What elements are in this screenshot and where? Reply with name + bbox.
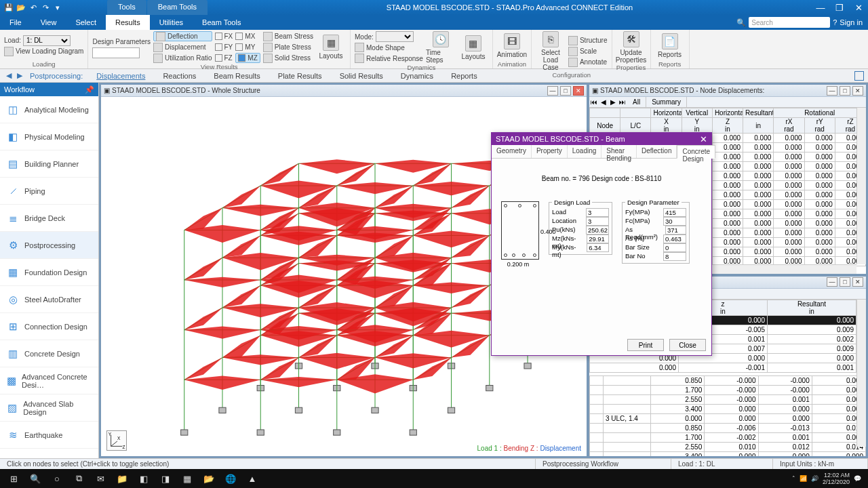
save-icon[interactable]: 💾 xyxy=(4,3,14,12)
workflow-item-concrete-design[interactable]: ▥Concrete Design xyxy=(0,340,98,367)
viewport-min-button[interactable]: — xyxy=(547,86,558,96)
workflow-item-building-planner[interactable]: ▤Building Planner xyxy=(0,150,98,178)
rd-close-button[interactable]: ✕ xyxy=(852,277,863,287)
tab-loading[interactable]: Loading xyxy=(568,145,602,158)
tab-select[interactable]: Select xyxy=(66,15,106,30)
my-checkbox[interactable] xyxy=(235,43,243,51)
tray-volume-icon[interactable]: 🔊 xyxy=(811,475,818,482)
redo-icon[interactable]: ↷ xyxy=(41,3,50,12)
taskbar-app-0[interactable]: ⊞ xyxy=(3,470,24,487)
dialog-close-button[interactable]: ✕ xyxy=(700,134,707,144)
tab-deflection[interactable]: Deflection xyxy=(637,145,677,158)
minimize-button[interactable]: — xyxy=(811,3,830,13)
taskbar-app-9[interactable]: 📂 xyxy=(198,470,220,487)
scrollbar-vertical[interactable] xyxy=(856,300,866,447)
tab-view[interactable]: View xyxy=(31,15,66,30)
tab-shear-bending[interactable]: Shear Bending xyxy=(601,145,637,158)
workflow-item-postprocessing[interactable]: ⚙Postprocessing xyxy=(0,232,98,259)
undo-icon[interactable]: ↶ xyxy=(28,3,38,12)
mode-select[interactable] xyxy=(376,31,414,42)
tab-scroll-first-icon[interactable]: ⏮ xyxy=(589,97,599,107)
nav-fwd-icon[interactable]: ▶ xyxy=(15,71,24,81)
displacement-toggle[interactable]: Displacement xyxy=(153,42,212,52)
beam-stress-button[interactable]: Beam Stress xyxy=(263,31,313,41)
tab-scroll-last-icon[interactable]: ⏭ xyxy=(618,97,627,107)
tab-summary[interactable]: Summary xyxy=(646,97,687,107)
annotate-button[interactable]: Annotate xyxy=(568,57,608,67)
structure-button[interactable]: Structure xyxy=(568,35,608,45)
taskbar-app-11[interactable]: ▲ xyxy=(241,470,263,487)
layouts-button[interactable]: ▦Layouts xyxy=(316,31,346,63)
nd-min-button[interactable]: — xyxy=(827,86,837,96)
taskbar-app-5[interactable]: 📁 xyxy=(111,470,133,487)
relative-disp-lower-table[interactable]: 0.850-0.000-0.0000.0001.700-0.000-0.0000… xyxy=(589,375,866,456)
fz-checkbox[interactable] xyxy=(215,54,222,62)
tab-property[interactable]: Property xyxy=(532,145,568,158)
taskbar-app-10[interactable]: 🌐 xyxy=(220,470,241,487)
taskbar-app-3[interactable]: ⧉ xyxy=(68,470,90,487)
plate-stress-button[interactable]: Plate Stress xyxy=(263,42,313,52)
close-button[interactable]: ✕ xyxy=(849,3,868,13)
tab-scroll-next-icon[interactable]: ▶ xyxy=(608,97,618,107)
nd-close-button[interactable]: ✕ xyxy=(852,86,863,96)
solid-stress-button[interactable]: Solid Stress xyxy=(263,53,313,63)
reports-button[interactable]: 📄Reports xyxy=(655,31,685,60)
time-steps-button[interactable]: 🕓Time Steps xyxy=(426,31,456,64)
taskbar-app-8[interactable]: ▦ xyxy=(176,470,198,487)
mx-checkbox[interactable] xyxy=(235,33,243,40)
workflow-item-physical-modeling[interactable]: ◧Physical Modeling xyxy=(0,123,98,150)
mode-shape-button[interactable]: Mode Shape xyxy=(355,43,423,53)
tab-results[interactable]: Results xyxy=(106,15,150,30)
animation-button[interactable]: 🎞Animation xyxy=(497,31,527,60)
design-parameters-button[interactable]: Design Parameters xyxy=(92,37,151,47)
tray-wifi-icon[interactable]: 📶 xyxy=(800,475,807,482)
design-param-field[interactable] xyxy=(92,47,140,58)
search-icon[interactable]: 🔍 xyxy=(736,18,746,27)
tab-all[interactable]: All xyxy=(627,97,646,107)
tab-beam-tools[interactable]: Beam Tools xyxy=(193,15,250,30)
taskbar-app-1[interactable]: 🔍 xyxy=(24,470,46,487)
workflow-item-earthquake[interactable]: ≋Earthquake xyxy=(0,422,98,449)
nav-solid-results[interactable]: Solid Results xyxy=(332,72,391,80)
workflow-item-advanced-slab-design[interactable]: ▨Advanced Slab Design xyxy=(0,394,98,422)
tab-scroll-prev-icon[interactable]: ◀ xyxy=(599,97,608,107)
taskbar-app-6[interactable]: ◧ xyxy=(133,470,155,487)
taskbar-app-7[interactable]: ◨ xyxy=(155,470,176,487)
workflow-item-piping[interactable]: ⟋Piping xyxy=(0,178,98,205)
select-load-case-button[interactable]: ⎘Select Load Case xyxy=(536,31,566,71)
tray-notifications-icon[interactable]: 💬 xyxy=(854,475,861,482)
nav-displacements[interactable]: Displacements xyxy=(88,72,153,80)
pin-icon[interactable]: 📌 xyxy=(85,85,94,94)
workflow-item-bridge-deck[interactable]: ≣Bridge Deck xyxy=(0,205,98,232)
viewport-max-button[interactable]: □ xyxy=(560,86,571,96)
workflow-item-foundation-design[interactable]: ▦Foundation Design xyxy=(0,259,98,286)
scrollbar-vertical[interactable] xyxy=(856,108,866,264)
nav-layout-icon[interactable] xyxy=(854,71,864,81)
nd-max-button[interactable]: □ xyxy=(840,86,850,96)
view-loading-diagram-button[interactable]: View Loading Diagram xyxy=(4,46,83,56)
rd-max-button[interactable]: □ xyxy=(840,277,850,287)
nav-reports[interactable]: Reports xyxy=(443,72,486,80)
nav-beam-results[interactable]: Beam Results xyxy=(205,72,268,80)
open-icon[interactable]: 📂 xyxy=(16,3,26,12)
tab-geometry[interactable]: Geometry xyxy=(492,145,532,158)
workflow-item-connection-design[interactable]: ⊞Connection Design xyxy=(0,313,98,340)
mz-checkbox[interactable] xyxy=(238,54,245,62)
load-select[interactable]: 1: DL xyxy=(23,35,71,46)
rd-min-button[interactable]: — xyxy=(827,277,837,287)
help-icon[interactable]: ? xyxy=(833,18,837,26)
viewport-close-button[interactable]: ✕ xyxy=(573,86,584,96)
workflow-item-steel-autodrafter[interactable]: ◎Steel AutoDrafter xyxy=(0,286,98,313)
taskbar-clock[interactable]: 12:02 AM2/12/2020 xyxy=(823,472,850,485)
workflow-item-analytical-modeling[interactable]: ◫Analytical Modeling xyxy=(0,96,98,123)
nav-reactions[interactable]: Reactions xyxy=(155,72,204,80)
dyn-layouts-button[interactable]: ▦Layouts xyxy=(458,31,488,64)
taskbar-app-2[interactable]: ○ xyxy=(46,470,68,487)
search-input[interactable]: Search xyxy=(749,17,830,28)
sign-in-link[interactable]: Sign in xyxy=(840,18,863,26)
utilization-toggle[interactable]: Utilization Ratio xyxy=(153,53,212,63)
workflow-item-advanced-concrete-desi-[interactable]: ▩Advanced Concrete Desi… xyxy=(0,367,98,394)
axis-triad[interactable]: YZX xyxy=(106,430,127,451)
restore-button[interactable]: ❐ xyxy=(830,3,849,13)
tab-concrete-design[interactable]: Concrete Design xyxy=(677,145,715,159)
